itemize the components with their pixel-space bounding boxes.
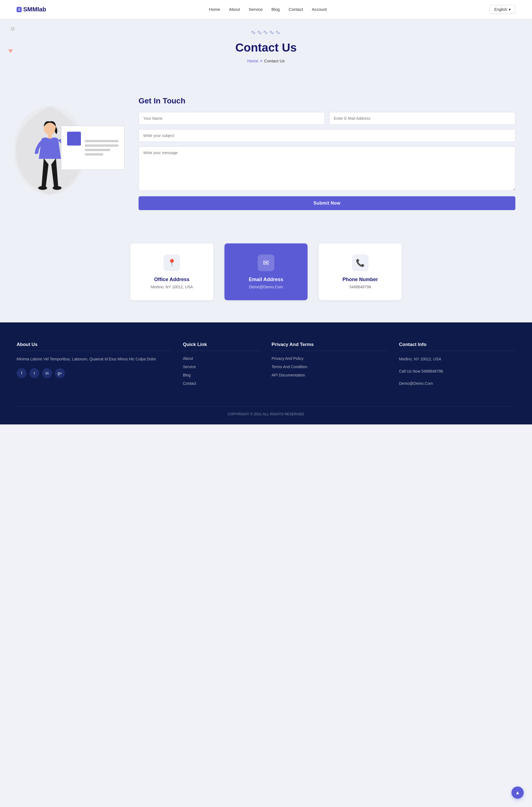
- doc-line-2: [85, 145, 119, 147]
- footer-contact-email: Demo@Demo.Com: [399, 380, 515, 387]
- email-icon: ✉: [258, 255, 274, 271]
- office-detail: Medino, NY 10012, USA: [136, 285, 208, 289]
- svg-point-5: [53, 186, 61, 190]
- instagram-icon[interactable]: in: [42, 368, 52, 378]
- name-input[interactable]: [138, 112, 325, 125]
- svg-rect-2: [48, 134, 52, 139]
- footer-quick-links-list: About Service Blog Contact: [183, 356, 261, 386]
- footer-privacy-col: Privacy And Terms Privacy And Policy Ter…: [271, 342, 388, 392]
- office-title: Office Address: [136, 277, 208, 282]
- phone-detail: 5488848798: [324, 285, 396, 289]
- footer-about-title: About Us: [17, 342, 172, 351]
- footer-copyright: COPYRIGHT © 2021 ALL RIGHTS RESERVED: [17, 406, 515, 416]
- svg-point-4: [38, 186, 47, 190]
- footer-privacy-links-list: Privacy And Policy Terms And Condition A…: [271, 356, 388, 378]
- form-row-name-email: [138, 112, 515, 125]
- email-title: Email Address: [230, 277, 302, 282]
- nav-home[interactable]: Home: [209, 7, 220, 12]
- hero-circle-decoration: [11, 27, 14, 31]
- footer-link-about[interactable]: About: [183, 356, 193, 361]
- hero-triangle-decoration: [8, 49, 13, 53]
- social-links: f t in g+: [17, 368, 172, 378]
- copyright-text: COPYRIGHT © 2021 ALL RIGHTS RESERVED: [228, 412, 304, 416]
- nav-blog[interactable]: Blog: [271, 7, 280, 12]
- footer-about-col: About Us Minima Labore Vel Temporibus, L…: [17, 342, 172, 392]
- page-title: Contact Us: [5, 41, 527, 54]
- footer-link-blog[interactable]: Blog: [183, 373, 191, 377]
- doc-lines: [85, 132, 119, 164]
- logo[interactable]: S SMMlab: [17, 6, 46, 13]
- footer-contact-col: Contact Info Medino, NY 10012, USA Call …: [399, 342, 515, 392]
- navbar: S SMMlab Home About Service Blog Contact…: [0, 0, 532, 19]
- footer: About Us Minima Labore Vel Temporibus, L…: [0, 322, 532, 425]
- hero-section: ∿∿∿∿∿ Contact Us Home » Contact Us: [0, 19, 532, 80]
- phone-icon: 📞: [352, 255, 368, 271]
- breadcrumb: Home » Contact Us: [5, 58, 527, 63]
- footer-quick-links-col: Quick Link About Service Blog Contact: [183, 342, 261, 392]
- google-plus-icon[interactable]: g+: [55, 368, 65, 378]
- form-heading: Get In Touch: [138, 96, 515, 105]
- email-address-card: ✉ Email Address Demo@Demo.Com: [225, 243, 307, 300]
- email-input[interactable]: [329, 112, 515, 125]
- lang-label: English: [494, 7, 507, 12]
- nav-about[interactable]: About: [229, 7, 240, 12]
- footer-link-service[interactable]: Service: [183, 364, 196, 369]
- facebook-icon[interactable]: f: [17, 368, 26, 378]
- logo-icon: S: [17, 7, 22, 12]
- document-card: [61, 126, 125, 170]
- doc-square: [67, 132, 81, 146]
- breadcrumb-separator: »: [260, 58, 262, 63]
- submit-button[interactable]: Submit Now: [138, 196, 515, 210]
- footer-link-terms[interactable]: Terms And Condition: [271, 364, 307, 369]
- phone-title: Phone Number: [324, 277, 396, 282]
- footer-link-api-docs[interactable]: API Documentation: [271, 373, 305, 377]
- contact-form-section: Get In Touch Submit Now: [138, 96, 515, 210]
- email-detail: Demo@Demo.Com: [230, 285, 302, 289]
- message-textarea[interactable]: [138, 146, 515, 191]
- footer-contact-phone: Call Us Now 5488848798: [399, 368, 515, 375]
- brand-name: SMMlab: [23, 6, 46, 13]
- footer-quick-link-title: Quick Link: [183, 342, 261, 351]
- nav-links: Home About Service Blog Contact Account: [209, 7, 327, 12]
- form-row-subject: [138, 129, 515, 142]
- twitter-icon[interactable]: t: [30, 368, 39, 378]
- office-address-card: 📍 Office Address Medino, NY 10012, USA: [130, 243, 213, 300]
- footer-link-privacy-policy[interactable]: Privacy And Policy: [271, 356, 303, 361]
- subject-input[interactable]: [138, 129, 515, 142]
- doc-line-1: [85, 140, 119, 142]
- nav-contact[interactable]: Contact: [289, 7, 303, 12]
- info-cards-section: 📍 Office Address Medino, NY 10012, USA ✉…: [0, 232, 532, 322]
- form-row-message: [138, 146, 515, 191]
- hero-wave-decoration: ∿∿∿∿∿: [251, 29, 281, 36]
- chevron-down-icon: ▾: [509, 7, 511, 12]
- breadcrumb-home[interactable]: Home: [247, 58, 258, 63]
- contact-section: Get In Touch Submit Now: [0, 80, 532, 232]
- doc-line-4: [85, 153, 103, 155]
- location-icon: 📍: [164, 255, 180, 271]
- nav-account[interactable]: Account: [312, 7, 327, 12]
- doc-line-3: [85, 149, 110, 151]
- breadcrumb-current: Contact Us: [264, 58, 285, 63]
- language-selector[interactable]: English ▾: [490, 5, 515, 14]
- footer-grid: About Us Minima Labore Vel Temporibus, L…: [17, 342, 515, 392]
- footer-contact-address: Medino, NY 10012, USA: [399, 356, 515, 363]
- footer-contact-title: Contact Info: [399, 342, 515, 351]
- nav-service[interactable]: Service: [249, 7, 263, 12]
- footer-link-contact[interactable]: Contact: [183, 381, 196, 386]
- footer-privacy-title: Privacy And Terms: [271, 342, 388, 351]
- phone-number-card: 📞 Phone Number 5488848798: [319, 243, 402, 300]
- footer-about-text: Minima Labore Vel Temporibus, Laborum, Q…: [17, 356, 172, 363]
- contact-illustration: [17, 104, 122, 203]
